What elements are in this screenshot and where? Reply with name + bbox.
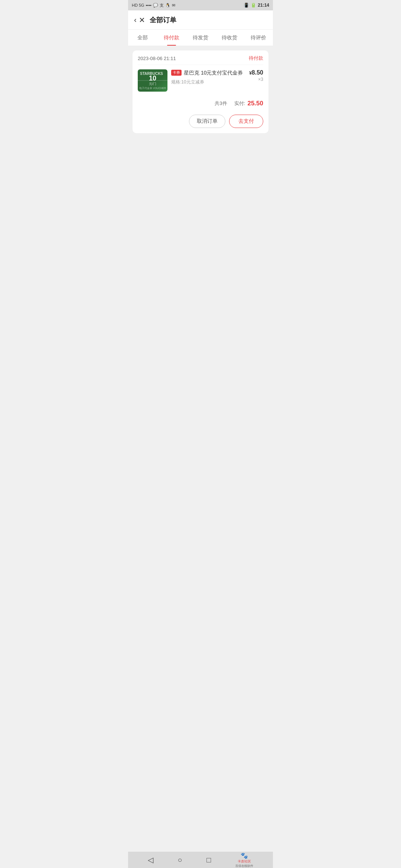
tab-pending-review[interactable]: 待评价 — [244, 30, 273, 46]
starbucks-logo-text: STARBUCKS — [140, 72, 163, 76]
product-info: 卡券 星巴克 10元支付宝代金券 规格:10元立减券 — [171, 69, 245, 85]
product-quantity: ×3 — [258, 77, 263, 82]
item-count: 共3件 — [215, 100, 227, 107]
order-summary: 共3件 实付: 25.50 — [133, 96, 268, 111]
vibrate-icon: 📳 — [244, 3, 249, 8]
signal-icon: HD 5G — [132, 3, 144, 7]
tab-pending-ship[interactable]: 待发货 — [186, 30, 215, 46]
signal-bars-icon: ▪▪▪▪ — [146, 3, 152, 7]
tab-pending-receive[interactable]: 待收货 — [215, 30, 244, 46]
battery-icon: 🔋 — [251, 3, 256, 8]
product-image: STARBUCKS 10 元/门 电子代金券 VOUCHER — [138, 69, 167, 92]
status-bar: HD 5G ▪▪▪▪ 💬 支 🐧 ✉ 📳 🔋 21:14 — [128, 0, 273, 10]
close-button[interactable]: ✕ — [139, 16, 145, 24]
voucher-unit: 元/门 — [149, 82, 157, 86]
product-row: STARBUCKS 10 元/门 电子代金券 VOUCHER 卡券 星巴克 10… — [133, 65, 268, 96]
order-status: 待付款 — [249, 55, 263, 62]
product-badge: 卡券 — [171, 70, 182, 76]
pay-label: 实付: — [234, 100, 245, 107]
order-actions: 取消订单 去支付 — [133, 111, 268, 133]
cancel-order-button[interactable]: 取消订单 — [189, 115, 225, 128]
product-name-row: 卡券 星巴克 10元支付宝代金券 — [171, 69, 245, 77]
voucher-footer-text: 电子代金券 VOUCHER — [138, 86, 167, 90]
tab-pending-pay[interactable]: 待付款 — [157, 30, 186, 46]
order-header: 2023-08-06 21:11 待付款 — [133, 50, 268, 65]
tab-bar: 全部 待付款 待发货 待收货 待评价 — [128, 30, 273, 46]
time-display: 21:14 — [258, 3, 269, 8]
status-left: HD 5G ▪▪▪▪ 💬 支 🐧 ✉ — [132, 3, 175, 8]
alipay-icon: 支 — [160, 3, 164, 8]
product-price: ¥8.50 — [249, 69, 263, 76]
qq-icon: 🐧 — [165, 3, 170, 8]
page-title: 全部订单 — [150, 16, 176, 24]
yuan-symbol: ¥ — [249, 70, 252, 76]
nav-icons: ‹ ✕ — [134, 16, 145, 24]
content-area: 2023-08-06 21:11 待付款 STARBUCKS 10 元/门 电子… — [128, 46, 273, 306]
order-datetime: 2023-08-06 21:11 — [138, 56, 176, 61]
product-spec: 规格:10元立减券 — [171, 79, 245, 85]
order-card: 2023-08-06 21:11 待付款 STARBUCKS 10 元/门 电子… — [133, 50, 268, 133]
top-nav: ‹ ✕ 全部订单 — [128, 10, 273, 30]
back-button[interactable]: ‹ — [134, 16, 137, 24]
total-amount: 25.50 — [247, 100, 263, 107]
product-price-col: ¥8.50 ×3 — [249, 69, 263, 82]
product-name: 星巴克 10元支付宝代金券 — [184, 69, 243, 77]
status-right: 📳 🔋 21:14 — [244, 3, 269, 8]
mail-icon: ✉ — [172, 3, 175, 8]
voucher-visual: STARBUCKS 10 元/门 电子代金券 VOUCHER — [138, 69, 167, 92]
message-icon: 💬 — [153, 3, 158, 8]
voucher-strip — [138, 80, 167, 81]
pay-button[interactable]: 去支付 — [229, 115, 263, 128]
tab-all[interactable]: 全部 — [128, 30, 157, 46]
